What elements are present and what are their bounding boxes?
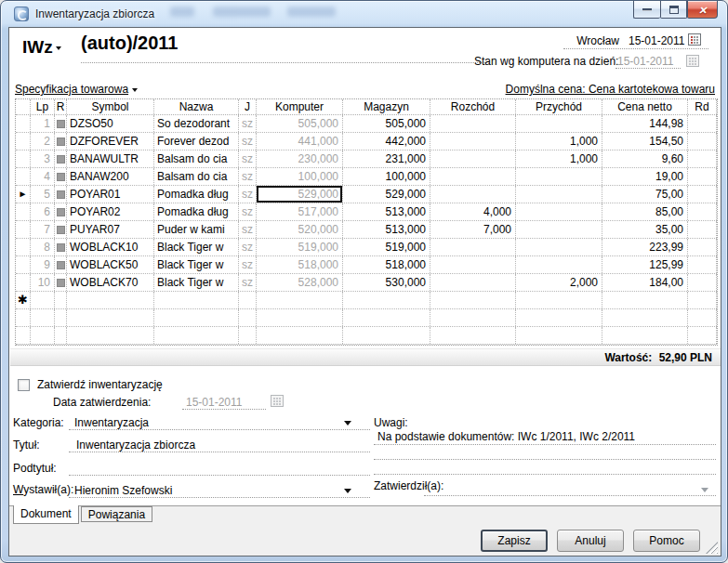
cell-lp[interactable]: 4 [31,168,55,185]
cell-j[interactable] [239,327,257,344]
table-row[interactable]: 7PUYAR07Puder w kamisz520,000513,0007,00… [16,221,717,239]
cell-j[interactable]: sz [239,133,257,150]
cell-nazwa[interactable] [154,309,239,326]
cell-lp[interactable]: 6 [31,203,55,220]
cell-r[interactable] [55,239,67,255]
cell-komputer[interactable]: 518,000 [257,256,343,273]
cell-komputer[interactable]: 520,000 [257,221,343,238]
cell-nazwa[interactable]: Balsam do cia [154,168,239,185]
table-row[interactable]: ►5POYAR01Pomadka długsz529,000529,00075,… [16,186,717,203]
cell-magazyn[interactable]: 505,000 [343,115,430,132]
cell-lp[interactable] [31,292,55,308]
cell-rozchod[interactable] [430,327,516,344]
cell-przychod[interactable] [516,256,602,273]
cell-cena_netto[interactable] [602,327,688,344]
cell-rozchod[interactable] [430,292,516,308]
cell-rd[interactable] [688,203,717,220]
cell-rozchod[interactable] [430,274,516,291]
cell-cena_netto[interactable]: 154,50 [602,133,688,150]
row-selector[interactable]: ► [16,186,31,203]
cell-symbol[interactable]: WOBLACK70 [67,274,154,291]
cell-przychod[interactable]: 1,000 [516,133,602,150]
cell-nazwa[interactable]: Pomadka dług [154,186,239,203]
cell-nazwa[interactable]: Black Tiger w [154,256,239,273]
cell-lp[interactable]: 2 [31,133,55,150]
cell-komputer[interactable]: 519,000 [257,239,343,255]
cell-rd[interactable] [688,133,717,150]
tab-powiazania[interactable]: Powiązania [81,506,152,522]
cell-symbol[interactable] [67,327,154,344]
cell-rd[interactable] [688,168,717,185]
cell-r[interactable] [55,292,67,308]
cell-symbol[interactable]: POYAR01 [67,186,154,203]
cell-r[interactable] [55,256,67,273]
cell-przychod[interactable] [516,186,602,203]
cell-rd[interactable] [688,309,717,326]
cell-magazyn[interactable]: 529,000 [343,186,430,203]
table-row[interactable]: 2DZFOREVERForever dezodsz441,000442,0001… [16,133,717,151]
document-number-field[interactable]: (auto)/2011 [81,33,178,54]
cell-komputer[interactable] [257,309,343,326]
cell-lp[interactable] [31,309,55,326]
notes-underline-3[interactable] [374,474,716,475]
cell-symbol[interactable]: WOBLACK50 [67,256,154,273]
cell-rozchod[interactable] [430,133,516,150]
cell-komputer[interactable]: 230,000 [257,151,343,167]
cell-r[interactable] [55,151,67,167]
cell-j[interactable] [239,292,257,308]
chevron-down-icon[interactable] [344,421,351,426]
row-selector[interactable] [16,221,31,238]
chevron-down-icon[interactable] [344,489,351,493]
row-selector[interactable] [16,327,31,344]
cell-komputer[interactable]: 517,000 [257,203,343,220]
cell-nazwa[interactable] [154,327,239,344]
cell-lp[interactable]: 9 [31,256,55,273]
cell-j[interactable]: sz [239,239,257,255]
row-selector[interactable] [16,239,31,255]
cell-nazwa[interactable]: So dezodorant [154,115,239,132]
cell-rozchod[interactable] [430,186,516,203]
cell-lp[interactable]: 8 [31,239,55,255]
cell-komputer[interactable]: 529,000 [257,186,343,203]
close-button[interactable] [687,1,718,19]
tab-dokument[interactable]: Dokument [13,505,79,524]
row-selector[interactable] [16,151,31,167]
cell-magazyn[interactable]: 442,000 [343,133,430,150]
help-button[interactable]: Pomoc [633,530,700,552]
cell-lp[interactable]: 1 [31,115,55,132]
table-row[interactable]: 10WOBLACK70Black Tiger wsz528,000530,000… [16,274,717,292]
cell-cena_netto[interactable]: 75,00 [602,186,688,203]
cell-r[interactable] [55,115,67,132]
cell-j[interactable]: sz [239,151,257,167]
cell-r[interactable] [55,221,67,238]
cell-przychod[interactable] [516,239,602,255]
cell-j[interactable]: sz [239,221,257,238]
cell-cena_netto[interactable] [602,292,688,308]
cell-nazwa[interactable]: Balsam do cia [154,151,239,167]
cell-magazyn[interactable]: 530,000 [343,274,430,291]
cell-przychod[interactable] [516,115,602,132]
cell-r[interactable] [55,203,67,220]
cancel-button[interactable]: Anuluj [557,530,624,552]
cell-j[interactable]: sz [239,256,257,273]
notes-underline-1[interactable] [374,444,716,445]
cell-przychod[interactable] [516,309,602,326]
table-row[interactable]: 9WOBLACK50Black Tiger wsz518,000518,0001… [16,256,717,274]
cell-rd[interactable] [688,115,717,132]
cell-przychod[interactable] [516,168,602,185]
cell-komputer[interactable]: 505,000 [257,115,343,132]
cell-r[interactable] [55,168,67,185]
cell-j[interactable]: sz [239,168,257,185]
cell-rd[interactable] [688,221,717,238]
cell-rozchod[interactable]: 7,000 [430,221,516,238]
table-row[interactable]: 8WOBLACK10Black Tiger wsz519,000519,0002… [16,239,717,256]
cell-rozchod[interactable]: 4,000 [430,203,516,220]
title-field[interactable]: Inwentaryzacja zbiorcza [76,439,195,452]
cell-cena_netto[interactable]: 223,99 [602,239,688,255]
cell-magazyn[interactable]: 513,000 [343,203,430,220]
row-selector[interactable] [16,133,31,150]
cell-magazyn[interactable]: 100,000 [343,168,430,185]
table-row-empty[interactable] [16,309,717,327]
cell-przychod[interactable] [516,221,602,238]
approve-checkbox[interactable] [18,379,30,391]
